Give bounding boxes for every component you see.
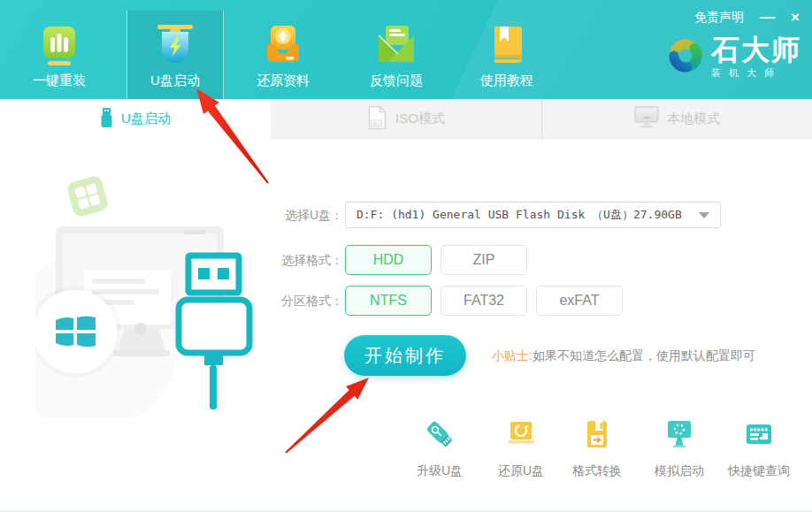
minimize-button[interactable]: — [760, 9, 775, 27]
brand-logo: 石大师 装机大师 [667, 34, 801, 80]
titlebar: 免责声明 — × [694, 9, 800, 27]
usb-select-dropdown[interactable]: D:F: (hd1) General USB Flash Disk （U盘）27… [345, 202, 721, 228]
svg-text:ISO: ISO [372, 120, 380, 126]
partition-option-exfat[interactable]: exFAT [536, 286, 623, 316]
tab-label: U盘启动 [121, 111, 171, 127]
start-make-button[interactable]: 开始制作 [344, 335, 466, 376]
iso-file-icon: ISO [367, 105, 387, 133]
tip-body: 如果不知道怎么配置，使用默认配置即可 [532, 348, 755, 363]
tab-label: ISO模式 [395, 111, 445, 127]
usb-select-value: D:F: (hd1) General USB Flash Disk （U盘）27… [346, 203, 720, 227]
nav-label: 使用教程 [480, 73, 533, 89]
brand-swirl-icon [667, 34, 704, 80]
nav-label: U盘启动 [150, 73, 200, 89]
partition-option-ntfs[interactable]: NTFS [345, 286, 432, 316]
partition-label: 分区格式： [265, 286, 343, 316]
tool-shortcut-query[interactable]: 快捷键查询 [710, 418, 808, 479]
tip-text: 小贴士:如果不知道怎么配置，使用默认配置即可 [492, 347, 755, 364]
nav-item-usb-boot[interactable]: U盘启动 [126, 0, 224, 99]
shield-lightning-icon [156, 24, 195, 65]
nav-item-reinstall[interactable]: 一键重装 [11, 0, 108, 99]
format-option-hdd[interactable]: HDD [345, 245, 432, 275]
tool-label: 还原U盘 [498, 463, 544, 479]
keyboard-icon [743, 418, 775, 454]
chevron-down-icon [699, 212, 709, 218]
usb-select-label: 选择U盘： [265, 202, 343, 228]
tab-label: 本地模式 [667, 111, 720, 127]
windows-tile-icon [65, 174, 109, 218]
feedback-mail-icon [377, 24, 416, 65]
tab-usb-boot[interactable]: U盘启动 [0, 99, 271, 139]
nav-item-tutorial[interactable]: 使用教程 [458, 0, 555, 99]
local-monitor-icon [634, 106, 659, 132]
tool-simulate-boot[interactable]: 模拟启动 [640, 418, 719, 479]
brand-subtitle: 装机大师 [711, 66, 801, 80]
nav-label: 反馈问题 [370, 73, 423, 89]
format-option-zip[interactable]: ZIP [440, 245, 527, 275]
tutorial-book-icon [487, 24, 526, 65]
tool-format-convert[interactable]: 格式转换 [557, 418, 637, 479]
tab-iso-mode[interactable]: ISO ISO模式 [271, 99, 541, 139]
restore-data-icon [264, 24, 303, 65]
header: 免责声明 — × 一键重装 [0, 0, 812, 99]
usb-drive-icon [100, 107, 113, 132]
floppy-convert-icon [581, 418, 613, 454]
usb-plug-illustration [179, 256, 249, 409]
tip-prefix: 小贴士: [492, 348, 532, 363]
nav-item-restore-data[interactable]: 还原资料 [234, 0, 332, 99]
app-window: 免责声明 — × 一键重装 [0, 0, 812, 512]
monitor-boot-icon [663, 418, 695, 454]
mode-tabbar: U盘启动 ISO ISO模式 [0, 99, 812, 139]
close-button[interactable]: × [791, 9, 800, 27]
laptop-restore-icon [505, 418, 537, 454]
nav-label: 还原资料 [257, 73, 310, 89]
tool-label: 升级U盘 [417, 463, 463, 479]
usb-upgrade-icon [424, 418, 456, 454]
format-label: 选择格式： [265, 245, 343, 275]
tool-restore-usb[interactable]: 还原U盘 [481, 418, 561, 479]
disclaimer-link[interactable]: 免责声明 [694, 10, 744, 26]
brand-name: 石大师 [711, 34, 801, 65]
tool-label: 快捷键查询 [728, 463, 790, 479]
chart-bars-icon [42, 24, 77, 65]
partition-option-fat32[interactable]: FAT32 [440, 286, 527, 316]
usb-computer-illustration [35, 174, 257, 421]
main-content: 选择U盘： D:F: (hd1) General USB Flash Disk … [0, 139, 812, 512]
nav-label: 一键重装 [33, 73, 86, 89]
tool-label: 模拟启动 [655, 463, 704, 479]
tab-local-mode[interactable]: 本地模式 [541, 99, 812, 139]
tool-label: 格式转换 [572, 463, 622, 479]
nav-item-feedback[interactable]: 反馈问题 [348, 0, 445, 99]
tool-upgrade-usb[interactable]: 升级U盘 [400, 418, 479, 479]
